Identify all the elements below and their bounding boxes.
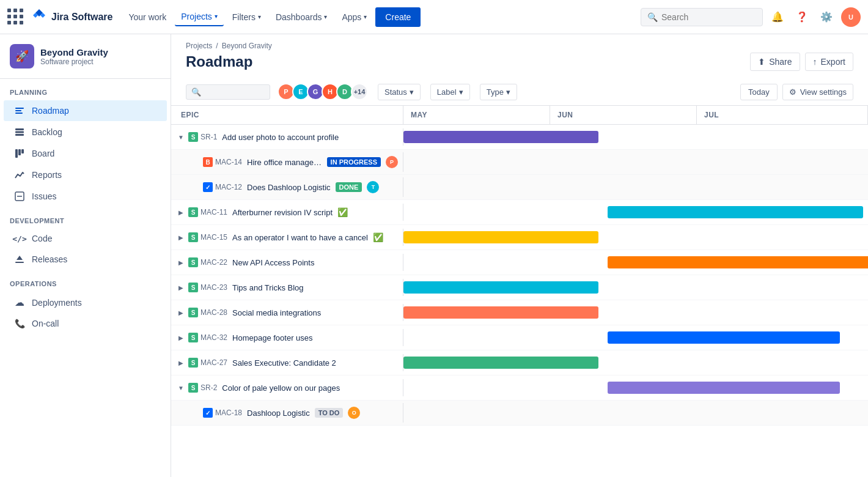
epic-cell: ▶ S MAC-23 Tips and Tricks Blog: [171, 279, 403, 296]
project-icon: 🚀: [10, 44, 34, 68]
svg-rect-3: [15, 128, 24, 130]
expand-button[interactable]: ▶: [176, 207, 186, 217]
breadcrumb: Projects / Beyond Gravity: [171, 34, 868, 50]
roadmap-header: Epic MAY JUN JUL: [171, 106, 868, 125]
expand-button[interactable]: ▶: [176, 257, 186, 267]
releases-icon: [13, 254, 26, 265]
main-content: Projects / Beyond Gravity Roadmap ⬆ Shar…: [171, 34, 868, 477]
today-button[interactable]: Today: [740, 84, 778, 100]
export-button[interactable]: ↑ Export: [805, 53, 853, 71]
toolbar: 🔍 P E G H D +14 Status ▾ Label ▾ Type: [171, 78, 868, 106]
expand-button[interactable]: ▶: [176, 308, 186, 317]
logo[interactable]: Jira Software: [32, 8, 112, 26]
nav-filters[interactable]: Filters ▾: [226, 9, 267, 26]
board-icon: [13, 148, 26, 159]
epic-cell: ▶ S MAC-15 As an operator I want to have…: [171, 229, 403, 246]
project-type: Software project: [40, 57, 108, 66]
story-icon: S: [188, 132, 198, 142]
table-row[interactable]: ▶ S MAC-32 Homepage footer uses: [171, 325, 868, 350]
bug-icon: B: [203, 157, 213, 167]
create-button[interactable]: Create: [375, 7, 421, 27]
status-badge: DONE: [336, 182, 362, 192]
sidebar-item-backlog[interactable]: Backlog: [4, 122, 167, 142]
svg-rect-4: [15, 131, 24, 133]
expand-button[interactable]: ▶: [176, 232, 186, 242]
sidebar-deployments-label: Deployments: [32, 298, 82, 308]
settings-button[interactable]: ⚙️: [817, 7, 836, 27]
svg-rect-2: [15, 113, 23, 114]
code-icon: </>: [13, 234, 26, 243]
project-name: Beyond Gravity: [40, 47, 108, 57]
status-filter[interactable]: Status ▾: [378, 84, 421, 100]
sidebar-item-oncall[interactable]: 📞 On-call: [4, 314, 167, 333]
epic-name: Sales Executive: Candidate 2: [232, 358, 336, 368]
month-jun: JUN: [550, 106, 697, 124]
type-filter[interactable]: Type ▾: [480, 84, 517, 100]
timeline-cell-empty: [403, 401, 868, 425]
label-filter[interactable]: Label ▾: [430, 84, 470, 100]
sidebar-item-reports[interactable]: Reports: [4, 165, 167, 185]
epic-search-input[interactable]: [204, 87, 265, 97]
epic-cell: ▶ S MAC-28 Social media integrations: [171, 304, 403, 321]
sidebar-project[interactable]: 🚀 Beyond Gravity Software project: [0, 34, 171, 79]
table-row[interactable]: ▶ ✓ MAC-18 Dashloop Logistic TO DO O: [171, 401, 868, 426]
epic-key: MAC-14: [215, 158, 242, 166]
toolbar-right: Today ⚙ View settings: [740, 84, 853, 100]
share-button[interactable]: ⬆ Share: [750, 53, 800, 71]
sidebar-item-board[interactable]: Board: [4, 143, 167, 164]
epic-cell: ▼ S SR-1 Add user photo to account profi…: [171, 128, 403, 146]
story-icon: S: [188, 257, 198, 267]
avatar-count[interactable]: +14: [351, 83, 368, 100]
timeline-cell: [403, 350, 868, 375]
jira-icon: [32, 8, 46, 26]
table-row[interactable]: ▼ S SR-1 Add user photo to account profi…: [171, 125, 868, 150]
avatars-row: P E G H D +14: [280, 83, 368, 100]
breadcrumb-projects[interactable]: Projects: [186, 42, 212, 50]
table-row[interactable]: ▶ B MAC-14 Hire office manager for IN PR…: [171, 150, 868, 175]
epic-name: As an operator I want to have a cancel: [232, 233, 368, 242]
expand-button[interactable]: ▶: [176, 358, 186, 368]
nav-your-work[interactable]: Your work: [122, 9, 172, 26]
story-icon: S: [188, 358, 198, 368]
toolbar-search[interactable]: 🔍: [186, 84, 270, 100]
epic-cell-child: ▶ ✓ MAC-18 Dashloop Logistic TO DO O: [171, 403, 403, 423]
sidebar-item-deployments[interactable]: ☁ Deployments: [4, 292, 167, 313]
table-row[interactable]: ▼ S SR-2 Color of pale yellow on our pag…: [171, 375, 868, 401]
sidebar-item-issues[interactable]: Issues: [4, 186, 167, 207]
nav-dashboards[interactable]: Dashboards ▾: [270, 9, 334, 26]
sidebar-item-releases[interactable]: Releases: [4, 249, 167, 270]
svg-rect-8: [21, 149, 24, 153]
story-icon: S: [188, 383, 198, 393]
breadcrumb-project[interactable]: Beyond Gravity: [222, 42, 272, 50]
sidebar-issues-label: Issues: [32, 191, 56, 201]
timeline-cell: [403, 275, 868, 300]
timeline-cell: [403, 225, 868, 250]
nav-projects[interactable]: Projects ▾: [175, 8, 224, 26]
help-button[interactable]: ❓: [792, 7, 812, 27]
table-row[interactable]: ▶ S MAC-28 Social media integrations: [171, 300, 868, 325]
sidebar-item-roadmap[interactable]: Roadmap: [4, 100, 167, 121]
planning-section-label: PLANNING: [0, 79, 171, 100]
table-row[interactable]: ▶ S MAC-27 Sales Executive: Candidate 2: [171, 350, 868, 375]
deployments-icon: ☁: [13, 297, 26, 308]
nav-apps[interactable]: Apps ▾: [336, 9, 373, 26]
user-avatar[interactable]: U: [841, 7, 861, 27]
table-row[interactable]: ▶ S MAC-23 Tips and Tricks Blog: [171, 275, 868, 300]
expand-button[interactable]: ▼: [176, 132, 186, 142]
expand-button[interactable]: ▼: [176, 383, 186, 393]
table-row[interactable]: ▶ S MAC-15 As an operator I want to have…: [171, 225, 868, 250]
expand-button[interactable]: ▶: [176, 283, 186, 292]
development-section-label: DEVELOPMENT: [0, 207, 171, 228]
view-settings-button[interactable]: ⚙ View settings: [782, 84, 853, 100]
sidebar-item-code[interactable]: </> Code: [4, 229, 167, 248]
expand-button[interactable]: ▶: [176, 333, 186, 342]
search-box[interactable]: 🔍: [641, 8, 763, 26]
search-input[interactable]: [661, 12, 747, 22]
table-row[interactable]: ▶ S MAC-11 Afterburner revision IV scrip…: [171, 200, 868, 225]
table-row[interactable]: ▶ ✓ MAC-12 Does Dashloop Logistic DONE T: [171, 175, 868, 200]
epic-cell: ▶ S MAC-11 Afterburner revision IV scrip…: [171, 204, 403, 221]
table-row[interactable]: ▶ S MAC-22 New API Access Points: [171, 250, 868, 275]
app-grid-icon[interactable]: [7, 9, 24, 26]
notifications-button[interactable]: 🔔: [768, 7, 787, 27]
row-avatar: P: [386, 156, 398, 168]
